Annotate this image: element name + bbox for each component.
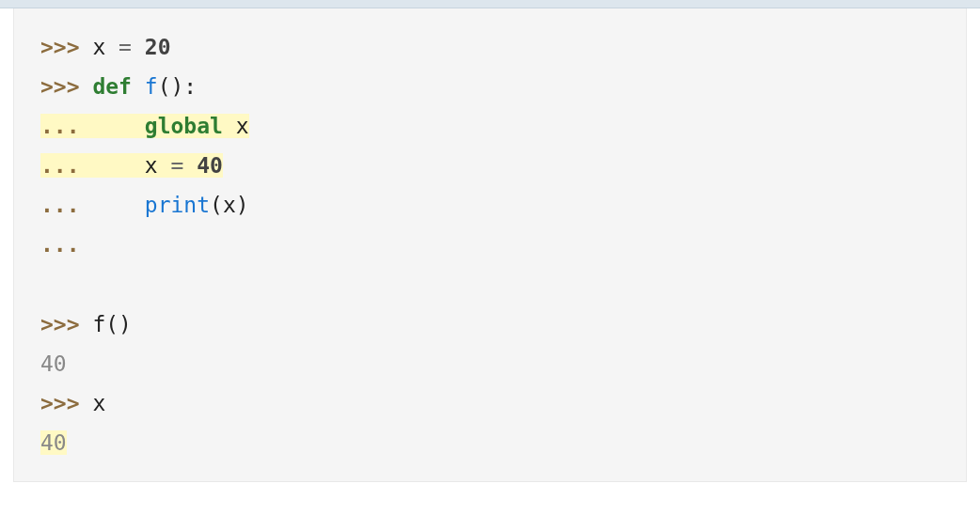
paren-open: (: [210, 193, 223, 217]
assign-op: =: [158, 153, 198, 178]
function-name: f: [132, 74, 158, 99]
prompt-continuation: ...: [40, 114, 92, 138]
literal-20: 20: [145, 35, 171, 59]
prompt-continuation: ...: [40, 153, 92, 178]
prompt-primary: >>>: [40, 391, 92, 415]
code-line-11: 40: [40, 423, 940, 462]
code-line-6: ...: [40, 225, 940, 264]
code-line-4: ... x = 40: [40, 146, 940, 185]
assign-op: =: [105, 35, 145, 59]
parens: (): [158, 74, 184, 99]
indent: [92, 114, 144, 138]
code-block: >>> x = 20 >>> def f(): ... global x ...…: [13, 8, 967, 482]
prompt-continuation: ...: [40, 193, 92, 217]
code-line-5: ... print(x): [40, 185, 940, 225]
indent: [92, 193, 144, 217]
paren-close: ): [236, 193, 249, 217]
variable-x: x: [92, 391, 105, 415]
output-40: 40: [40, 351, 67, 376]
parens: (): [105, 312, 132, 336]
header-bar: [0, 0, 980, 8]
output-40: 40: [40, 430, 67, 455]
variable-x: x: [223, 114, 249, 138]
code-line-blank: [40, 264, 940, 304]
function-call: f: [92, 312, 105, 336]
code-line-8: >>> f(): [40, 304, 940, 344]
code-line-1: >>> x = 20: [40, 27, 940, 67]
code-line-10: >>> x: [40, 383, 940, 423]
prompt-primary: >>>: [40, 35, 92, 59]
variable-x: x: [223, 193, 236, 217]
prompt-primary: >>>: [40, 312, 92, 336]
prompt-continuation: ...: [40, 232, 92, 257]
code-line-3: ... global x: [40, 106, 940, 146]
keyword-global: global: [145, 114, 223, 138]
indent: [92, 153, 144, 178]
code-line-9: 40: [40, 344, 940, 383]
code-line-2: >>> def f():: [40, 67, 940, 106]
literal-40: 40: [197, 153, 223, 178]
prompt-primary: >>>: [40, 74, 92, 99]
variable-x: x: [92, 35, 105, 59]
builtin-print: print: [145, 193, 210, 217]
colon: :: [183, 74, 197, 99]
variable-x: x: [145, 153, 158, 178]
keyword-def: def: [92, 74, 132, 99]
